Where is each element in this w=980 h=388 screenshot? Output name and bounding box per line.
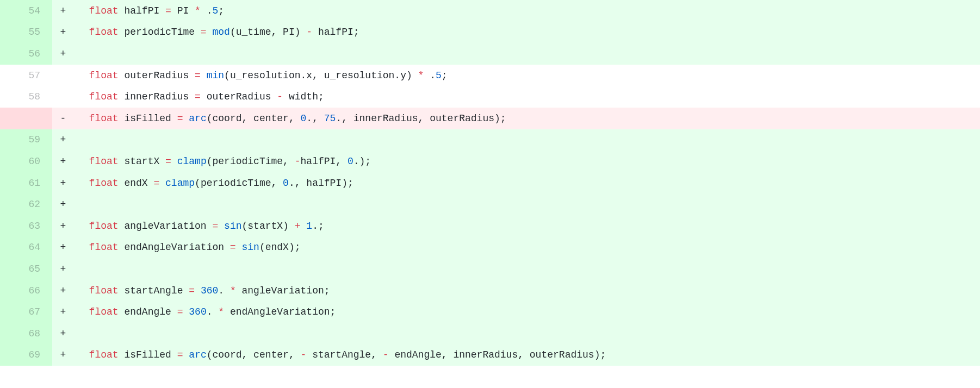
diff-row[interactable]: 66+ float startAngle = 360. * angleVaria… <box>0 280 980 302</box>
code-token: float <box>89 70 119 81</box>
diff-row[interactable]: 69+ float isFilled = arc(coord, center, … <box>0 345 980 366</box>
line-number[interactable] <box>0 108 52 129</box>
diff-row[interactable]: 56+ <box>0 43 980 65</box>
code-token: float <box>89 306 119 317</box>
line-number[interactable]: 67 <box>0 301 52 323</box>
diff-row[interactable]: 67+ float endAngle = 360. * endAngleVari… <box>0 301 980 323</box>
code-content[interactable]: float periodicTime = mod(u_time, PI) - h… <box>74 22 980 43</box>
code-token <box>77 113 89 124</box>
line-number[interactable]: 64 <box>0 237 52 259</box>
diff-row[interactable]: 60+ float startX = clamp(periodicTime, -… <box>0 151 980 172</box>
diff-row[interactable]: 65+ <box>0 258 980 280</box>
diff-marker: + <box>52 323 74 345</box>
code-token: float <box>89 285 119 296</box>
code-token: endAngle, innerRadius, outerRadius); <box>389 349 606 360</box>
code-token: ., halfPI); <box>289 178 353 189</box>
diff-marker <box>52 86 74 108</box>
code-content[interactable]: float startAngle = 360. * angleVariation… <box>74 280 980 302</box>
code-token: .); <box>353 156 371 167</box>
code-token: startAngle, <box>306 349 382 360</box>
code-token: * <box>230 285 236 296</box>
code-token <box>77 306 89 317</box>
code-token: (periodicTime, <box>207 156 295 167</box>
code-content[interactable] <box>74 258 980 280</box>
diff-row[interactable]: 59+ <box>0 129 980 151</box>
line-number[interactable]: 63 <box>0 215 52 237</box>
diff-row[interactable]: 64+ float endAngleVariation = sin(endX); <box>0 237 980 259</box>
diff-row[interactable]: 55+ float periodicTime = mod(u_time, PI)… <box>0 22 980 43</box>
code-token: startAngle <box>119 285 189 296</box>
line-number[interactable]: 59 <box>0 129 52 151</box>
diff-row[interactable]: 68+ <box>0 323 980 345</box>
code-token: = <box>189 285 195 296</box>
code-content[interactable]: float halfPI = PI * .5; <box>74 0 980 22</box>
code-token: 360 <box>201 285 218 296</box>
code-token: 75 <box>324 113 336 124</box>
code-token: = <box>201 27 207 37</box>
code-token: - <box>383 349 389 360</box>
code-content[interactable]: float outerRadius = min(u_resolution.x, … <box>74 65 980 86</box>
code-token: arc <box>189 113 206 124</box>
line-number[interactable]: 68 <box>0 323 52 345</box>
code-token: endAngle <box>119 306 177 317</box>
line-number[interactable]: 55 <box>0 22 52 43</box>
code-token: (startX) <box>241 221 294 231</box>
code-content[interactable] <box>74 323 980 345</box>
code-content[interactable]: float angleVariation = sin(startX) + 1.; <box>74 215 980 237</box>
code-token: (coord, center, <box>207 349 301 360</box>
code-token: sin <box>224 221 241 231</box>
code-token <box>77 70 89 81</box>
code-content[interactable] <box>74 193 980 215</box>
line-number[interactable]: 56 <box>0 43 52 65</box>
code-token <box>77 27 89 37</box>
code-token: isFilled <box>119 349 177 360</box>
diff-marker: + <box>52 301 74 323</box>
code-content[interactable]: float isFilled = arc(coord, center, 0., … <box>74 108 980 129</box>
code-token <box>77 91 89 102</box>
code-token <box>159 178 165 189</box>
line-number[interactable]: 69 <box>0 345 52 366</box>
code-content[interactable]: float startX = clamp(periodicTime, -half… <box>74 151 980 172</box>
code-token: (endX); <box>259 242 301 253</box>
code-content[interactable]: float endAngle = 360. * endAngleVariatio… <box>74 301 980 323</box>
diff-row[interactable]: 57 float outerRadius = min(u_resolution.… <box>0 65 980 86</box>
diff-row[interactable]: 58 float innerRadius = outerRadius - wid… <box>0 86 980 108</box>
code-token: = <box>195 91 201 102</box>
line-number[interactable]: 60 <box>0 151 52 172</box>
code-token: isFilled <box>119 113 177 124</box>
code-token <box>207 27 213 37</box>
diff-row[interactable]: 62+ <box>0 193 980 215</box>
line-number[interactable]: 57 <box>0 65 52 86</box>
code-content[interactable]: float endX = clamp(periodicTime, 0., hal… <box>74 172 980 194</box>
code-token: angleVariation <box>119 221 213 231</box>
code-token: float <box>89 349 119 360</box>
code-token: (u_time, PI) <box>230 27 306 37</box>
line-number[interactable]: 58 <box>0 86 52 108</box>
code-token: clamp <box>165 178 195 189</box>
code-token: float <box>89 178 119 189</box>
code-token: endAngleVariation <box>119 242 230 253</box>
line-number[interactable]: 62 <box>0 193 52 215</box>
diff-marker: + <box>52 0 74 22</box>
code-content[interactable] <box>74 43 980 65</box>
code-token <box>201 70 207 81</box>
code-token: min <box>207 70 224 81</box>
line-number[interactable]: 61 <box>0 172 52 194</box>
line-number[interactable]: 66 <box>0 280 52 302</box>
diff-row[interactable]: - float isFilled = arc(coord, center, 0.… <box>0 108 980 129</box>
code-token: clamp <box>177 156 207 167</box>
diff-row[interactable]: 61+ float endX = clamp(periodicTime, 0.,… <box>0 172 980 194</box>
code-content[interactable]: float endAngleVariation = sin(endX); <box>74 237 980 259</box>
diff-marker: + <box>52 237 74 259</box>
code-token: . <box>207 306 219 317</box>
code-token: 360 <box>189 306 206 317</box>
diff-row[interactable]: 54+ float halfPI = PI * .5; <box>0 0 980 22</box>
code-token: halfPI; <box>312 27 359 37</box>
line-number[interactable]: 65 <box>0 258 52 280</box>
code-content[interactable]: float innerRadius = outerRadius - width; <box>74 86 980 108</box>
line-number[interactable]: 54 <box>0 0 52 22</box>
code-content[interactable]: float isFilled = arc(coord, center, - st… <box>74 345 980 366</box>
code-content[interactable] <box>74 129 980 151</box>
diff-row[interactable]: 63+ float angleVariation = sin(startX) +… <box>0 215 980 237</box>
code-token <box>171 156 177 167</box>
